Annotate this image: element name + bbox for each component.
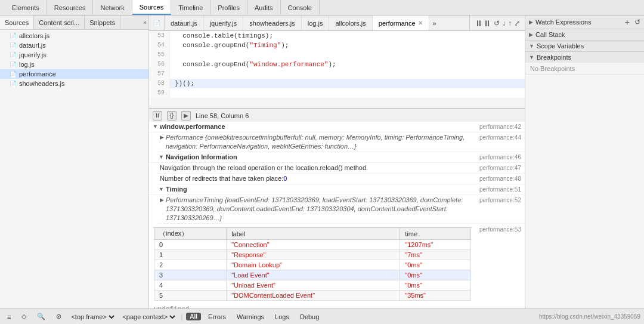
nav-redirect-val: 0: [283, 174, 287, 183]
nav-line1-link[interactable]: performance:47: [479, 163, 521, 172]
expand-icon[interactable]: ▼: [153, 122, 158, 131]
sidebar-tab-content[interactable]: Content scri...: [34, 16, 85, 29]
filter-warnings-btn[interactable]: Warnings: [233, 313, 268, 321]
detail-expand-icon[interactable]: ▶: [160, 133, 164, 142]
watch-expressions-header[interactable]: ▶ Watch Expressions + ↺: [525, 16, 644, 29]
table-header-time: time: [400, 228, 471, 240]
call-stack-section: ▶ Call Stack: [525, 29, 644, 41]
nav-expand-icon[interactable]: ▼: [159, 153, 164, 162]
file-tab-bar: 📄 dataurl.js jquerify.js showheaders.js …: [149, 16, 525, 31]
scope-variables-label: Scope Variables: [537, 42, 584, 50]
toolbar-menu-btn[interactable]: ≡: [4, 313, 14, 321]
breakpoints-header[interactable]: ▼ Breakpoints: [525, 52, 644, 63]
bottom-toolbar: ≡ ◇ 🔍 ⊘ <top frame> <page context> | All…: [0, 308, 644, 324]
code-line-59: 59: [149, 88, 525, 98]
watch-add-btn[interactable]: +: [625, 17, 630, 27]
nav-line2-text: Number of redirects that have taken plac…: [160, 174, 283, 183]
performance-detail-link[interactable]: performance:44: [479, 133, 521, 142]
sidebar-tab-snippets[interactable]: Snippets: [85, 16, 120, 29]
call-stack-header[interactable]: ▶ Call Stack: [525, 29, 644, 40]
file-jquerify[interactable]: 📄 jquerify.js: [0, 50, 148, 60]
console-timing-detail: ▶ PerformanceTiming {loadEventEnd: 13713…: [156, 195, 525, 224]
toolbar-scope-btn[interactable]: ◇: [18, 312, 30, 321]
filter-errors-btn[interactable]: Errors: [205, 313, 230, 321]
table-row: 5 "DOMContentLoaded Event" "35ms": [154, 291, 471, 301]
code-content[interactable]: 53 console.table(timings); 54 console.gr…: [149, 31, 525, 98]
file-dataurl[interactable]: 📄 dataurl.js: [0, 41, 148, 50]
nav-timeline[interactable]: Timeline: [171, 0, 210, 15]
context-select[interactable]: <page context>: [120, 313, 177, 321]
watch-arrow-icon: ▶: [529, 19, 533, 25]
nav-profiles[interactable]: Profiles: [210, 0, 247, 15]
nav-info-link[interactable]: performance:46: [479, 153, 521, 162]
timing-expand-icon[interactable]: ▼: [159, 185, 164, 194]
file-icon: 📄: [10, 71, 17, 78]
tab-overflow-btn[interactable]: »: [429, 16, 440, 30]
sidebar-tab-sources[interactable]: Sources: [0, 16, 34, 29]
nav-resources[interactable]: Resources: [47, 0, 94, 15]
file-performance[interactable]: 📄 performance: [0, 69, 148, 79]
code-line-57: 57: [149, 69, 525, 79]
nav-network[interactable]: Network: [93, 0, 132, 15]
table-row: 0 "Connection" "1207ms": [154, 240, 471, 250]
right-sections: ▶ Watch Expressions + ↺ ▶ Call Stack: [525, 16, 644, 324]
tab-jquerify[interactable]: jquerify.js: [204, 16, 244, 30]
editor-status-bar: ⏸ {} ▶ Line 58, Column 6: [149, 109, 525, 122]
tab-dataurl[interactable]: dataurl.js: [165, 16, 204, 30]
nav-sources[interactable]: Sources: [132, 0, 171, 15]
filter-debug-btn[interactable]: Debug: [296, 313, 323, 321]
nav-elements[interactable]: Elements: [5, 0, 47, 15]
frame-select[interactable]: <top frame>: [69, 313, 116, 321]
file-log[interactable]: 📄 log.js: [0, 60, 148, 69]
tab-left-icon: 📄: [153, 20, 160, 26]
format-btn[interactable]: {}: [167, 111, 177, 121]
console-nav-line2: Number of redirects that have taken plac…: [156, 174, 525, 184]
scope-variables-section: ▼ Scope Variables: [525, 41, 644, 52]
sidebar-expand-btn[interactable]: »: [141, 16, 148, 29]
step-over-btn[interactable]: ↓: [502, 19, 506, 27]
file-icon: 📄: [10, 42, 17, 49]
file-showheaders[interactable]: 📄 showheaders.js: [0, 79, 148, 88]
tab-allcolors[interactable]: allcolors.js: [329, 16, 372, 30]
toolbar-search-btn[interactable]: 🔍: [33, 312, 49, 321]
code-line-53: 53 console.table(timings);: [149, 31, 525, 41]
nav-line2-link[interactable]: performance:48: [479, 174, 521, 183]
nav-console[interactable]: Console: [281, 0, 320, 15]
filter-all-badge[interactable]: All: [186, 313, 201, 320]
tab-log[interactable]: log.js: [302, 16, 330, 30]
table-link[interactable]: performance:53: [476, 225, 525, 234]
timing-detail-expand[interactable]: ▶: [160, 196, 164, 205]
step-into-btn[interactable]: ↑: [508, 19, 512, 27]
window-performance-link[interactable]: performance:42: [479, 122, 521, 131]
timing-detail-text: PerformanceTiming {loadEventEnd: 1371303…: [166, 196, 479, 223]
breakpoints-arrow-icon: ▼: [529, 54, 534, 60]
pause-status-btn[interactable]: ⏸: [153, 111, 162, 121]
filter-logs-btn[interactable]: Logs: [271, 313, 293, 321]
file-allcolors[interactable]: 📄 allcolors.js: [0, 31, 148, 41]
timing-detail-link[interactable]: performance:52: [479, 196, 521, 205]
nav-audits[interactable]: Audits: [247, 0, 281, 15]
scope-variables-header[interactable]: ▼ Scope Variables: [525, 41, 644, 51]
code-line-56: 56 console.groupEnd("window.performance"…: [149, 60, 525, 69]
tab-close-btn[interactable]: ✕: [418, 20, 423, 26]
watch-refresh-btn[interactable]: ↺: [634, 18, 640, 26]
tab-performance[interactable]: performance ✕: [373, 16, 429, 30]
timing-link[interactable]: performance:51: [479, 185, 521, 194]
pause-btn[interactable]: ⏸⏸: [475, 18, 491, 28]
resume-btn[interactable]: ↺: [494, 19, 500, 27]
sidebar-tabs: Sources Content scri... Snippets »: [0, 16, 148, 30]
play-status-btn[interactable]: ▶: [181, 111, 191, 121]
console-timing: ▼ Timing performance:51: [149, 184, 525, 195]
timing-label: Timing: [166, 185, 187, 194]
performance-detail-text: Performance {onwebkitresourcetimingbuffe…: [166, 133, 479, 151]
code-line-55: 55: [149, 50, 525, 60]
tab-showheaders[interactable]: showheaders.js: [243, 16, 301, 30]
callstack-arrow-icon: ▶: [529, 32, 533, 38]
file-icon: 📄: [10, 61, 17, 68]
watch-expressions-section: ▶ Watch Expressions + ↺: [525, 16, 644, 29]
toolbar-block-btn[interactable]: ⊘: [52, 312, 65, 321]
file-icon: 📄: [10, 81, 17, 87]
table-header-index: （index）: [154, 228, 227, 240]
step-out-btn[interactable]: ⤤: [514, 19, 520, 27]
scope-arrow-icon: ▼: [529, 43, 534, 49]
